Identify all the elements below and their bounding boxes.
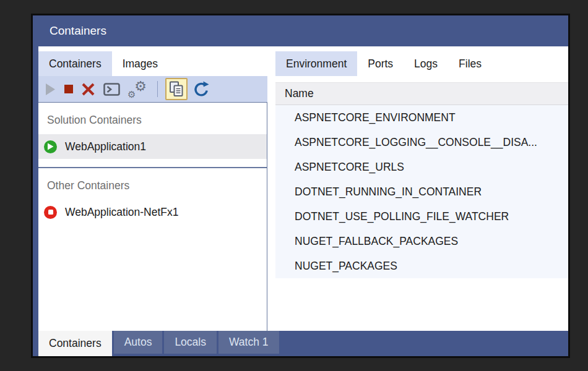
start-button[interactable] — [45, 83, 56, 96]
tab-environment-label: Environment — [286, 58, 347, 70]
delete-x-icon — [81, 82, 95, 96]
bottom-tab-watch1-label: Watch 1 — [229, 336, 269, 349]
tree-row-webapplication1[interactable]: WebApplication1 — [38, 134, 267, 159]
env-row[interactable]: ASPNETCORE_ENVIRONMENT — [275, 105, 568, 130]
container-running-icon — [44, 140, 57, 153]
tab-files-label: Files — [459, 58, 482, 70]
section-header-other: Other Containers — [47, 179, 267, 192]
stop-button[interactable] — [64, 85, 73, 93]
env-row[interactable]: ASPNETCORE_LOGGING__CONSOLE__DISA... — [275, 130, 568, 155]
env-row[interactable]: DOTNET_RUNNING_IN_CONTAINER — [275, 179, 568, 204]
containers-tool-window: Containers Containers Images — [31, 14, 570, 358]
open-terminal-button[interactable] — [103, 83, 120, 96]
detail-tab-row: Environment Ports Logs Files — [275, 51, 568, 76]
tool-window-title: Containers — [50, 24, 106, 38]
right-pane: Environment Ports Logs Files Name — [267, 46, 568, 331]
bottom-tab-locals-label: Locals — [175, 336, 206, 349]
env-row[interactable]: DOTNET_USE_POLLING_FILE_WATCHER — [275, 204, 568, 229]
bottom-tab-watch1[interactable]: Watch 1 — [218, 331, 279, 354]
left-tab-row: Containers Images — [38, 51, 267, 76]
bottom-tab-containers[interactable]: Containers — [38, 331, 112, 356]
container-name: WebApplication-NetFx1 — [65, 206, 179, 219]
tool-window-title-bar[interactable]: Containers — [33, 15, 568, 46]
bottom-tab-locals[interactable]: Locals — [164, 331, 217, 354]
settings-button[interactable]: ⚙ ⚙ — [128, 80, 147, 98]
tab-environment[interactable]: Environment — [275, 51, 357, 76]
container-toolbar: ⚙ ⚙ — [38, 76, 267, 102]
tab-files[interactable]: Files — [448, 51, 492, 76]
tab-logs[interactable]: Logs — [404, 51, 448, 76]
env-row[interactable]: ASPNETCORE_URLS — [275, 155, 568, 179]
tab-images-label: Images — [123, 58, 158, 70]
container-name: WebApplication1 — [65, 140, 146, 153]
bottom-tab-containers-label: Containers — [49, 337, 102, 350]
tab-ports-label: Ports — [368, 58, 393, 70]
refresh-icon — [193, 81, 209, 97]
terminal-icon — [103, 83, 120, 96]
column-header-name-label: Name — [285, 87, 314, 100]
bottom-tab-autos-label: Autos — [124, 336, 152, 349]
tab-containers-label: Containers — [49, 58, 102, 70]
environment-variable-list: ASPNETCORE_ENVIRONMENT ASPNETCORE_LOGGIN… — [275, 105, 568, 278]
play-icon — [45, 83, 56, 96]
env-row[interactable]: NUGET_PACKAGES — [275, 254, 568, 278]
refresh-button[interactable] — [193, 81, 209, 97]
tree-row-webapplication-netfx1[interactable]: WebApplication-NetFx1 — [38, 200, 267, 224]
copy-button[interactable] — [165, 78, 188, 100]
container-stopped-icon — [44, 206, 57, 219]
content-area: Containers Images — [33, 46, 568, 331]
column-header-name[interactable]: Name — [275, 82, 568, 105]
tab-logs-label: Logs — [414, 58, 438, 70]
containers-tree: Solution Containers WebApplication1 Othe… — [38, 102, 267, 331]
gears-icon: ⚙ ⚙ — [128, 80, 147, 98]
tab-containers[interactable]: Containers — [38, 51, 112, 76]
stop-icon — [64, 85, 73, 93]
env-row[interactable]: NUGET_FALLBACK_PACKAGES — [275, 229, 568, 254]
tab-images[interactable]: Images — [112, 51, 168, 76]
section-divider — [38, 167, 267, 168]
bottom-tab-autos[interactable]: Autos — [114, 331, 163, 354]
section-header-solution: Solution Containers — [47, 114, 267, 127]
toolbar-separator — [157, 81, 158, 97]
left-pane: Containers Images — [38, 46, 267, 331]
remove-button[interactable] — [81, 82, 95, 96]
tab-ports[interactable]: Ports — [357, 51, 404, 76]
bottom-tab-strip: Containers Autos Locals Watch 1 — [33, 331, 568, 356]
copy-icon — [168, 81, 184, 97]
